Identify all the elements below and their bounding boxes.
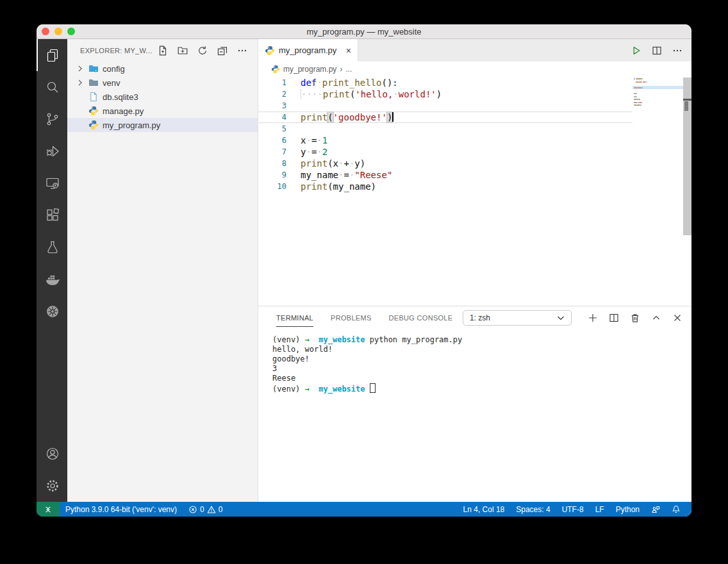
breadcrumb-file[interactable]: my_program.py (283, 65, 336, 74)
chevron-right-icon[interactable] (75, 78, 85, 88)
activity-bar-item-settings[interactable] (37, 470, 67, 502)
overview-ruler-marker (684, 101, 688, 111)
tree-item-label: my_program.py (103, 120, 160, 130)
new-terminal-button[interactable] (588, 313, 598, 323)
line-number[interactable]: 6 (258, 135, 286, 146)
terminal-output[interactable]: (venv) → my_website python my_program.py… (258, 329, 691, 502)
maximize-panel-button[interactable] (651, 313, 661, 323)
code-line-content: my_name·=·"Reese" (286, 169, 392, 181)
tree-item-my-program-py[interactable]: my_program.py (67, 118, 258, 132)
panel-tab-problems[interactable]: PROBLEMS (331, 308, 372, 327)
line-number[interactable]: 10 (258, 181, 286, 192)
status-language-mode[interactable]: Python (610, 502, 645, 517)
line-number[interactable]: 4 (258, 112, 286, 123)
tree-item-db-sqlite3[interactable]: db.sqlite3 (67, 90, 258, 104)
activity-bar-item-source-control[interactable] (37, 103, 67, 135)
status-cursor-position[interactable]: Ln 4, Col 18 (458, 502, 511, 517)
panel-tab-debug-console[interactable]: DEBUG CONSOLE (389, 308, 453, 327)
new-folder-icon[interactable] (178, 46, 188, 56)
chevron-down-icon (556, 313, 566, 323)
code-line-5[interactable]: 5 (258, 123, 633, 135)
activity-bar-item-testing[interactable] (37, 231, 67, 263)
line-number[interactable]: 2 (258, 88, 286, 100)
folder-config-icon (88, 63, 99, 74)
status-remote-indicator[interactable] (37, 502, 60, 517)
activity-bar-item-search[interactable] (37, 71, 67, 103)
line-number[interactable]: 1 (258, 77, 286, 88)
code-line-9[interactable]: 9my_name·=·"Reese" (258, 169, 633, 181)
chevron-right-icon[interactable] (75, 63, 85, 74)
status-label: Python 3.9.0 64-bit ('venv': venv) (65, 505, 177, 514)
status-indentation[interactable]: Spaces: 4 (510, 502, 556, 517)
panel-tab-terminal[interactable]: TERMINAL (276, 308, 313, 327)
refresh-icon[interactable] (197, 46, 208, 56)
activity-bar-item-run-and-debug[interactable] (37, 135, 67, 167)
activity-bar-item-remote-explorer[interactable] (37, 167, 67, 199)
code-line-4[interactable]: 4print('goodbye!') (258, 112, 633, 123)
code-editor[interactable]: 1def·print_hello():2····print('hello,·wo… (258, 77, 691, 306)
status-encoding[interactable]: UTF-8 (556, 502, 590, 517)
activity-bar-item-extensions[interactable] (37, 199, 67, 231)
editor-more-actions-button[interactable] (672, 46, 682, 56)
overview-ruler-cursor-marker (683, 99, 691, 101)
minimap-token (634, 78, 635, 79)
activity-bar-item-docker[interactable] (37, 263, 67, 295)
tree-item-label: venv (103, 78, 120, 88)
editor-vertical-scrollbar[interactable] (683, 77, 691, 306)
minimap[interactable] (633, 77, 683, 306)
code-line-6[interactable]: 6x·=·1 (258, 135, 633, 146)
code-line-10[interactable]: 10print(my_name) (258, 181, 633, 192)
status-end-of-line[interactable]: LF (590, 502, 610, 517)
tree-item-venv[interactable]: venv (67, 76, 258, 90)
activity-bar-item-kubernetes[interactable] (37, 295, 67, 328)
minimap-token (634, 102, 637, 103)
terminal-line-1: (venv) → my_website python my_program.py (272, 335, 691, 345)
terminal-picker-dropdown[interactable]: 1: zsh (463, 310, 572, 326)
terminal-line-6: (venv) → my_website (272, 383, 691, 393)
breadcrumb-more[interactable]: ... (345, 65, 352, 74)
terminal-line-3: goodbye! (272, 354, 691, 364)
code-line-7[interactable]: 7y·=·2 (258, 146, 633, 158)
status-notifications[interactable] (666, 502, 686, 517)
line-number[interactable]: 3 (258, 100, 286, 112)
close-panel-button[interactable] (672, 313, 682, 323)
tree-item-label: config (103, 64, 125, 74)
terminal-panel: TERMINALPROBLEMSDEBUG CONSOLE 1: zsh (ve… (258, 306, 691, 502)
code-line-2[interactable]: 2····print('hello,·world!') (258, 88, 633, 100)
activity-bar-item-explorer[interactable] (37, 39, 67, 71)
activity-bar-item-account[interactable] (37, 438, 67, 470)
tree-item-label: manage.py (103, 106, 144, 116)
line-number[interactable]: 8 (258, 158, 286, 169)
terminal-line-4: 3 (272, 364, 691, 374)
feedback-icon (651, 505, 660, 514)
code-line-8[interactable]: 8print(x·+·y) (258, 158, 633, 169)
split-terminal-button[interactable] (609, 313, 619, 323)
run-button[interactable] (631, 46, 641, 56)
status-problems[interactable]: 00 (183, 502, 228, 517)
tree-item-manage-py[interactable]: manage.py (67, 104, 258, 118)
line-number[interactable]: 5 (258, 123, 286, 135)
split-editor-button[interactable] (652, 46, 662, 56)
tab-close-icon[interactable]: × (345, 46, 352, 56)
kill-terminal-button[interactable] (630, 313, 640, 323)
line-number[interactable]: 9 (258, 169, 286, 181)
minimap-token (647, 81, 648, 83)
minimap-token (639, 102, 642, 103)
explorer-header: EXPLORER: MY_W... (67, 39, 258, 62)
folder-icon (88, 78, 99, 88)
breadcrumb: my_program.py › ... (258, 62, 691, 77)
collapse-all-icon[interactable] (217, 46, 228, 56)
code-line-3[interactable]: 3 (258, 100, 633, 112)
status-feedback[interactable] (645, 502, 666, 517)
code-line-1[interactable]: 1def·print_hello(): (258, 77, 633, 88)
new-file-icon[interactable] (158, 46, 168, 56)
tree-item-label: db.sqlite3 (103, 92, 138, 102)
tab-my-program[interactable]: my_program.py × (258, 39, 358, 62)
minimap-token (636, 96, 637, 97)
status-python-interpreter[interactable]: Python 3.9.0 64-bit ('venv': venv) (60, 502, 183, 517)
desktop-background: { "window": { "title": "my_program.py — … (0, 0, 728, 564)
code-line-content: x·=·1 (286, 135, 327, 146)
line-number[interactable]: 7 (258, 146, 286, 158)
tree-item-config[interactable]: config (67, 62, 258, 76)
more-icon[interactable] (237, 46, 247, 56)
